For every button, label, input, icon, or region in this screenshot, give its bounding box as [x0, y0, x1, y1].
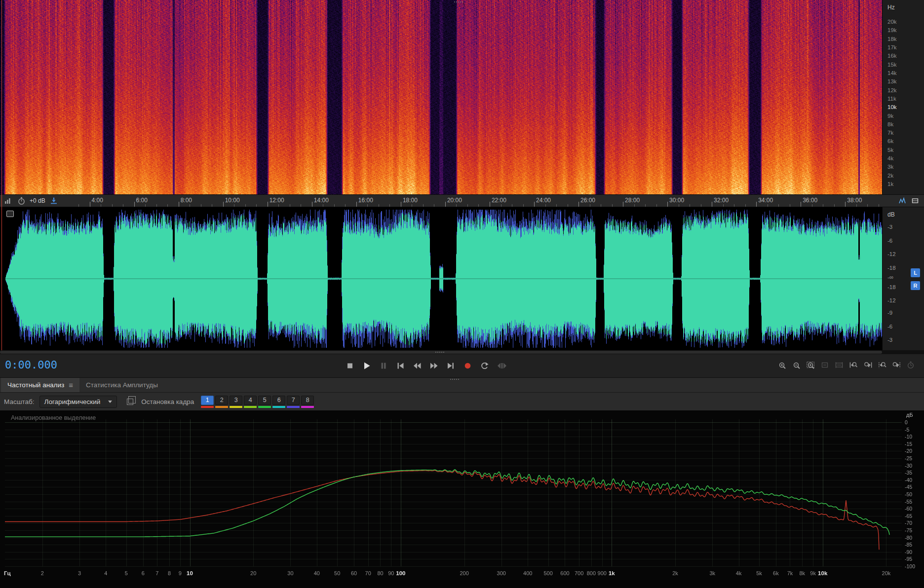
ruler-tick [856, 204, 857, 207]
loop-playback-button[interactable] [477, 359, 492, 372]
hud-widget-icon[interactable] [6, 211, 14, 217]
timeline-ruler[interactable]: 4:006:008:0010:0012:0014:0016:0018:0020:… [0, 194, 924, 207]
x-axis-tick-label: 2 [41, 570, 44, 576]
amplitude-scale[interactable]: dB L R -3-6-12-18-∞-18-12-9-6-3 [882, 207, 924, 350]
pause-button[interactable] [377, 359, 391, 372]
zoom-selection-in-point-button[interactable] [877, 360, 887, 370]
zoom-in-button[interactable] [777, 360, 787, 370]
rewind-button[interactable] [410, 359, 424, 372]
hold-button-7[interactable]: 7 [287, 396, 300, 408]
scrollbar-gripper[interactable] [439, 352, 440, 353]
db-scale-label: -9 [887, 310, 892, 316]
y-axis-tick-label: -45 [905, 484, 912, 490]
y-axis-tick-label: -80 [905, 535, 912, 541]
hold-button-1[interactable]: 1 [201, 396, 214, 408]
skip-selection-button[interactable] [494, 359, 508, 372]
ruler-tick [156, 204, 157, 207]
zoom-selection-out-point-button[interactable] [891, 360, 902, 370]
fast-forward-button[interactable] [427, 359, 441, 372]
zoom-out-full-button[interactable] [820, 360, 830, 370]
hold-button-5[interactable]: 5 [258, 396, 271, 408]
hold-buttons: 12345678 [201, 396, 314, 408]
freq-scale-label: 6k [887, 138, 893, 144]
hold-button-3[interactable]: 3 [230, 396, 242, 408]
channel-right-button[interactable]: R [911, 281, 920, 290]
x-axis-tick-label: 90 [388, 570, 394, 576]
ruler-tick [867, 204, 868, 207]
time-display[interactable]: 0:00.000 [5, 359, 57, 371]
waveform-canvas[interactable] [0, 207, 882, 350]
ruler-tick [568, 204, 568, 207]
db-scale-label: -18 [887, 284, 896, 290]
spectral-display-toggle-icon[interactable] [897, 196, 907, 206]
y-axis-tick-label: -20 [905, 448, 912, 454]
zoom-full-reset-button[interactable] [834, 360, 845, 370]
zoom-in-right-edge-button[interactable] [863, 360, 873, 370]
zoom-to-selection-button[interactable] [806, 360, 816, 370]
ruler-tick [412, 204, 412, 207]
frequency-scale[interactable]: Hz 20k19k18k17k16k15k14k13k12k11k10k9k8k… [882, 0, 924, 194]
channel-left-button[interactable]: L [911, 268, 920, 277]
x-axis-tick-label: 1k [609, 570, 615, 576]
ruler-tick [556, 204, 557, 207]
gain-value-label[interactable]: +0 dB [30, 197, 45, 204]
horizontal-scrollbar[interactable] [0, 350, 924, 354]
panel-divider-gripper[interactable] [454, 379, 455, 380]
zoom-out-button[interactable] [791, 360, 802, 370]
snap-icon[interactable] [49, 196, 59, 206]
ruler-tick [467, 204, 468, 207]
stop-button[interactable] [343, 359, 357, 372]
x-axis-tick-label: 100 [396, 570, 405, 576]
play-button[interactable] [360, 359, 374, 372]
analyzed-selection-label: Анализированное выделение [11, 414, 96, 421]
ruler-tick [268, 202, 268, 207]
hold-button-label: 3 [230, 396, 242, 405]
x-axis-tick-label: 6k [773, 570, 779, 576]
ruler-time-label: 24:00 [536, 197, 551, 204]
ruler-time-label: 26:00 [580, 197, 595, 204]
hold-button-6[interactable]: 6 [272, 396, 285, 408]
ruler-time-label: 8:00 [181, 197, 192, 204]
copy-graph-icon[interactable] [127, 399, 133, 405]
ruler-tick [423, 204, 424, 207]
freq-scale-label: 19k [887, 27, 897, 33]
move-playhead-to-next-button[interactable] [444, 359, 458, 372]
tab-amplitude-statistics[interactable]: Статистика Амплитуды [79, 378, 164, 392]
ruler-tick [845, 202, 846, 207]
scale-select[interactable]: Логарифмический [39, 396, 117, 408]
ruler-time-label: 20:00 [447, 197, 462, 204]
playhead[interactable] [1, 0, 2, 350]
scrollbar-thumb[interactable] [0, 351, 882, 354]
ruler-tick [245, 204, 246, 207]
ruler-tick [534, 202, 535, 207]
panel-menu-icon[interactable]: ≡ [69, 381, 73, 389]
spectrogram-canvas[interactable] [0, 0, 882, 194]
move-playhead-to-previous-button[interactable] [393, 359, 408, 372]
ruler-tick [512, 204, 512, 207]
x-axis-tick-label: 3k [709, 570, 715, 576]
ruler-time-label: 14:00 [314, 197, 329, 204]
hold-button-label: 4 [244, 396, 257, 405]
ruler-tick [623, 202, 623, 207]
hold-button-label: 6 [272, 396, 285, 405]
stopwatch-icon[interactable] [16, 196, 26, 206]
x-axis-tick-label: 700 [575, 570, 583, 576]
x-axis-tick-label: 50 [334, 570, 340, 576]
hold-button-2[interactable]: 2 [215, 396, 228, 408]
x-axis-tick-label: 300 [497, 570, 506, 576]
reset-zoom-button[interactable] [906, 360, 916, 370]
hold-button-4[interactable]: 4 [244, 396, 257, 408]
level-meter-icon [3, 196, 13, 206]
ruler-tick [212, 204, 212, 207]
display-settings-icon[interactable] [910, 196, 920, 206]
hold-color-strip [215, 406, 228, 408]
panel-resize-gripper[interactable] [458, 1, 459, 2]
zoom-in-left-edge-button[interactable] [848, 360, 859, 370]
ruler-tick [656, 204, 657, 207]
ruler-time-label: 32:00 [714, 197, 729, 204]
hold-button-8[interactable]: 8 [301, 396, 314, 408]
record-button[interactable] [461, 359, 475, 372]
tab-frequency-analysis[interactable]: Частотный анализ ≡ [1, 378, 79, 392]
ruler-tick [101, 204, 101, 207]
db-scale-label: -3 [887, 224, 892, 230]
